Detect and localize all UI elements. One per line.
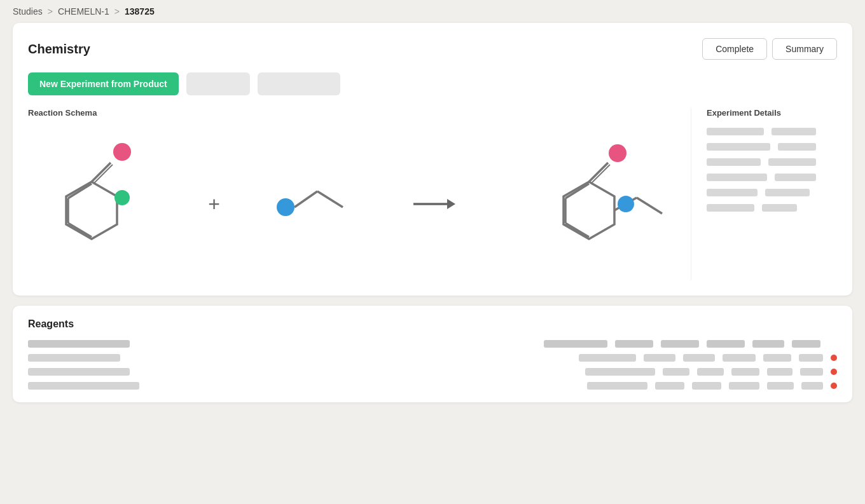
summary-button[interactable]: Summary — [772, 38, 837, 60]
svg-marker-0 — [66, 182, 117, 239]
reagent-status-dot — [831, 355, 837, 361]
placeholder-button-1 — [186, 72, 250, 95]
table-row — [28, 368, 837, 376]
svg-point-22 — [618, 196, 634, 212]
new-experiment-button[interactable]: New Experiment from Product — [28, 72, 179, 95]
svg-marker-12 — [447, 199, 455, 209]
svg-line-5 — [93, 165, 113, 184]
reaction-arrow — [412, 194, 457, 214]
svg-line-10 — [317, 191, 343, 207]
svg-line-4 — [92, 163, 111, 182]
svg-point-8 — [277, 198, 294, 216]
reagents-header-row — [28, 340, 837, 348]
svg-line-16 — [565, 184, 589, 198]
card-title: Chemistry — [28, 42, 90, 57]
svg-point-6 — [113, 143, 131, 161]
reagent-status-dot — [831, 369, 837, 375]
top-bar: Studies > CHEMELN-1 > 138725 — [0, 0, 865, 23]
molecule-3 — [513, 140, 691, 268]
svg-line-14 — [565, 223, 589, 237]
reagents-card: Reagents — [13, 306, 852, 402]
svg-line-3 — [68, 184, 92, 198]
svg-line-21 — [637, 198, 662, 214]
svg-marker-13 — [564, 182, 614, 239]
svg-line-9 — [294, 191, 317, 207]
svg-point-19 — [609, 144, 626, 162]
placeholder-button-2 — [258, 72, 340, 95]
reagent-status-dot — [831, 383, 837, 389]
reaction-schema-label: Reaction Schema — [28, 108, 691, 118]
svg-line-17 — [589, 163, 608, 182]
breadcrumb-studies[interactable]: Studies — [13, 6, 43, 17]
experiment-details-label: Experiment Details — [707, 108, 837, 118]
separator-2: > — [114, 6, 120, 17]
molecule-2 — [273, 172, 356, 236]
chemistry-card: Chemistry Complete Summary New Experimen… — [13, 23, 852, 296]
svg-line-1 — [68, 223, 92, 237]
table-row — [28, 382, 837, 390]
separator-1: > — [48, 6, 53, 17]
reagents-title: Reagents — [28, 318, 837, 330]
reagents-table — [28, 340, 837, 390]
svg-point-7 — [114, 190, 130, 205]
svg-line-18 — [591, 165, 610, 184]
breadcrumb-chemeln[interactable]: CHEMELN-1 — [58, 6, 109, 17]
complete-button[interactable]: Complete — [702, 38, 767, 60]
experiment-details-rows — [707, 128, 847, 219]
breadcrumb-id: 138725 — [125, 6, 155, 17]
plus-sign: + — [208, 193, 220, 216]
molecule-1 — [28, 140, 155, 268]
table-row — [28, 354, 837, 362]
reaction-area: + — [28, 128, 691, 280]
